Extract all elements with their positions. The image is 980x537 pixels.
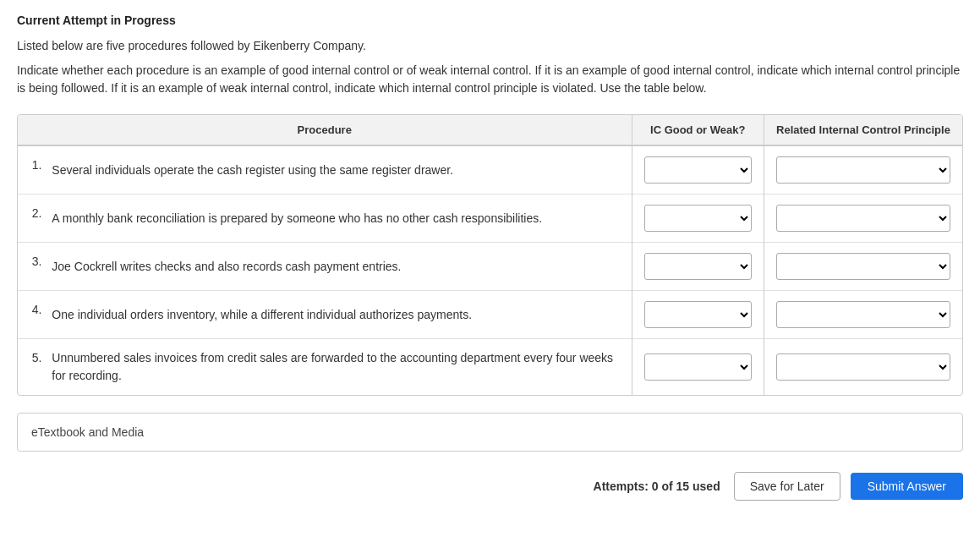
ic-select-cell-5: Good Weak <box>632 339 764 396</box>
col-header-procedure: Procedure <box>18 115 632 145</box>
instructions-line2: Indicate whether each procedure is an ex… <box>17 62 963 97</box>
row-num-2: 2. <box>18 195 45 243</box>
ic-select-cell-3: Good Weak <box>632 243 764 291</box>
section-title: Current Attempt in Progress <box>17 14 963 27</box>
table-row: 5. Unnumbered sales invoices from credit… <box>18 339 962 396</box>
ic-select-cell-4: Good Weak <box>632 291 764 339</box>
ic-dropdown-4[interactable]: Good Weak <box>644 301 752 328</box>
ic-dropdown-5[interactable]: Good Weak <box>644 353 752 381</box>
principle-select-cell-5: Establishment of Responsibility Segregat… <box>764 339 962 396</box>
etextbook-bar: eTextbook and Media <box>17 413 963 452</box>
principle-dropdown-5[interactable]: Establishment of Responsibility Segregat… <box>776 353 950 381</box>
row-num-4: 4. <box>18 291 45 339</box>
principle-dropdown-1[interactable]: Establishment of Responsibility Segregat… <box>776 156 950 184</box>
ic-select-cell-1: Good Weak <box>632 145 764 195</box>
footer-bar: Attempts: 0 of 15 used Save for Later Su… <box>17 465 963 507</box>
ic-dropdown-1[interactable]: Good Weak <box>644 156 752 184</box>
ic-select-cell-2: Good Weak <box>632 195 764 243</box>
save-for-later-button[interactable]: Save for Later <box>734 472 840 501</box>
principle-select-cell-3: Establishment of Responsibility Segregat… <box>764 243 962 291</box>
attempts-text: Attempts: 0 of 15 used <box>594 479 720 493</box>
principle-select-cell-1: Establishment of Responsibility Segregat… <box>764 145 962 195</box>
table-row: 4. One individual orders inventory, whil… <box>18 291 962 339</box>
principle-select-cell-4: Establishment of Responsibility Segregat… <box>764 291 962 339</box>
principle-select-cell-2: Establishment of Responsibility Segregat… <box>764 195 962 243</box>
row-num-1: 1. <box>18 145 45 195</box>
table-row: 1. Several individuals operate the cash … <box>18 145 962 195</box>
instructions-line1: Listed below are five procedures followe… <box>17 37 963 55</box>
table-row: 2. A monthly bank reconciliation is prep… <box>18 195 962 243</box>
principle-dropdown-4[interactable]: Establishment of Responsibility Segregat… <box>776 301 950 328</box>
row-num-5: 5. <box>18 339 45 396</box>
procedure-text-1: Several individuals operate the cash reg… <box>45 145 632 195</box>
principle-dropdown-3[interactable]: Establishment of Responsibility Segregat… <box>776 253 950 280</box>
procedure-text-4: One individual orders inventory, while a… <box>45 291 632 339</box>
procedure-table: Procedure IC Good or Weak? Related Inter… <box>17 114 963 396</box>
procedure-text-3: Joe Cockrell writes checks and also reco… <box>45 243 632 291</box>
principle-dropdown-2[interactable]: Establishment of Responsibility Segregat… <box>776 205 950 232</box>
ic-dropdown-3[interactable]: Good Weak <box>644 253 752 280</box>
ic-dropdown-2[interactable]: Good Weak <box>644 205 752 232</box>
col-header-principle: Related Internal Control Principle <box>764 115 962 145</box>
table-row: 3. Joe Cockrell writes checks and also r… <box>18 243 962 291</box>
row-num-3: 3. <box>18 243 45 291</box>
procedure-text-5: Unnumbered sales invoices from credit sa… <box>45 339 632 396</box>
col-header-ic: IC Good or Weak? <box>632 115 764 145</box>
submit-answer-button[interactable]: Submit Answer <box>851 473 963 500</box>
procedure-text-2: A monthly bank reconciliation is prepare… <box>45 195 632 243</box>
